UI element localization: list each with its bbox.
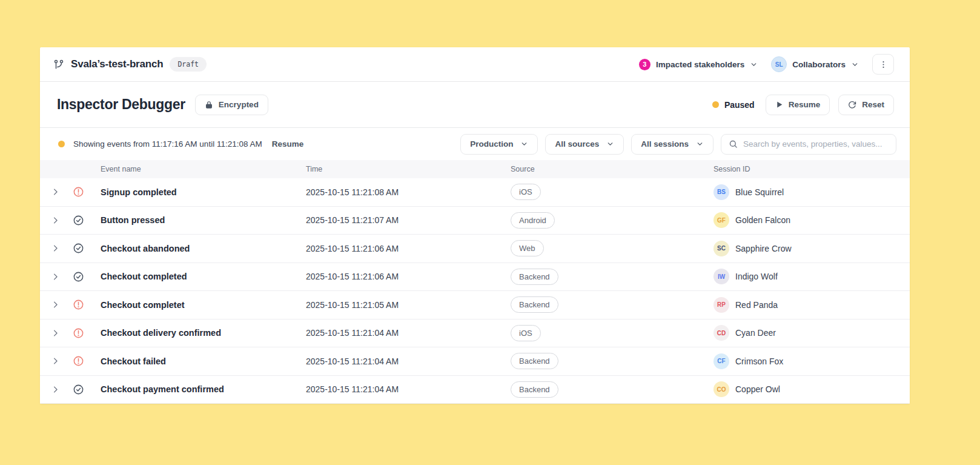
collaborators-label: Collaborators	[792, 60, 846, 69]
session-avatar: CO	[713, 381, 729, 397]
chevron-down-icon	[520, 140, 528, 148]
table-row[interactable]: Checkout completed 2025-10-15 11:21:06 A…	[40, 263, 910, 292]
search-box	[721, 134, 896, 155]
expand-row-button[interactable]	[50, 327, 61, 339]
session-avatar: IW	[713, 269, 729, 284]
event-name: Checkout completed	[96, 272, 306, 281]
table-row[interactable]: Checkout failed 2025-10-15 11:21:04 AM B…	[40, 347, 910, 376]
event-name: Checkout abandoned	[96, 244, 306, 253]
sessions-dropdown[interactable]: All sessions	[631, 134, 713, 155]
events-window-text: Showing events from 11:17:16 AM until 11…	[73, 139, 262, 149]
chevron-down-icon	[606, 140, 614, 148]
expand-row-button[interactable]	[50, 215, 61, 226]
table-row[interactable]: Checkout payment confirmed 2025-10-15 11…	[40, 376, 910, 404]
event-time: 2025-10-15 11:21:06 AM	[306, 272, 511, 281]
event-name: Checkout delivery confirmed	[96, 328, 306, 338]
chevron-right-icon	[51, 300, 60, 309]
draft-badge: Draft	[170, 57, 207, 72]
session-avatar: CF	[713, 353, 729, 369]
chevron-right-icon	[51, 329, 60, 338]
sources-dropdown[interactable]: All sources	[545, 134, 624, 155]
event-time: 2025-10-15 11:21:08 AM	[306, 187, 511, 197]
table-header: Event name Time Source Session ID	[40, 160, 910, 178]
git-branch-icon	[53, 59, 64, 70]
source-badge: Backend	[511, 381, 558, 398]
branch-info: Svala’s-test-branch Draft	[53, 57, 207, 72]
alert-circle-icon	[73, 355, 84, 367]
chevron-right-icon	[51, 272, 60, 281]
branch-header: Svala’s-test-branch Draft 3 Impacted sta…	[40, 47, 910, 82]
table-body: Signup completed 2025-10-15 11:21:08 AM …	[40, 178, 910, 404]
chevron-down-icon	[696, 140, 704, 148]
collaborator-avatar: SL	[771, 56, 787, 72]
event-name: Signup completed	[96, 187, 306, 197]
stakeholders-label: Impacted stakeholders	[656, 60, 744, 69]
chevron-right-icon	[51, 216, 60, 225]
inspector-card: Svala’s-test-branch Draft 3 Impacted sta…	[40, 47, 910, 404]
table-row[interactable]: Button pressed 2025-10-15 11:21:07 AM An…	[40, 207, 910, 235]
table-row[interactable]: Signup completed 2025-10-15 11:21:08 AM …	[40, 178, 910, 207]
play-icon	[775, 101, 783, 109]
alert-circle-icon	[73, 327, 84, 339]
toolbar-right: Paused Resume Reset	[712, 95, 894, 115]
header-actions: 3 Impacted stakeholders SL Collaborators	[639, 54, 894, 75]
expand-row-button[interactable]	[50, 355, 61, 367]
resume-label: Resume	[789, 100, 821, 109]
column-header-event-name: Event name	[96, 165, 306, 173]
chevron-right-icon	[51, 244, 60, 253]
expand-row-button[interactable]	[50, 384, 61, 395]
expand-row-button[interactable]	[50, 271, 61, 283]
session-name: Red Panda	[735, 300, 778, 310]
reset-button[interactable]: Reset	[838, 95, 894, 115]
sessions-value: All sessions	[641, 139, 689, 149]
encrypted-button[interactable]: Encrypted	[195, 95, 268, 115]
table-row[interactable]: Checkout abandoned 2025-10-15 11:21:06 A…	[40, 235, 910, 263]
event-time: 2025-10-15 11:21:06 AM	[306, 244, 511, 253]
source-badge: Web	[511, 240, 544, 256]
encrypted-label: Encrypted	[219, 100, 259, 109]
table-row[interactable]: Checkout completet 2025-10-15 11:21:05 A…	[40, 291, 910, 319]
expand-row-button[interactable]	[50, 299, 61, 310]
source-badge: iOS	[511, 184, 541, 200]
event-name: Checkout completet	[96, 300, 306, 310]
table-row[interactable]: Checkout delivery confirmed 2025-10-15 1…	[40, 319, 910, 348]
sources-value: All sources	[555, 139, 599, 149]
chevron-right-icon	[51, 385, 60, 394]
impacted-stakeholders-button[interactable]: 3 Impacted stakeholders	[639, 59, 758, 70]
filter-bar: Showing events from 11:17:16 AM until 11…	[40, 128, 910, 160]
expand-row-button[interactable]	[50, 243, 61, 254]
search-icon	[729, 139, 738, 149]
resume-button[interactable]: Resume	[766, 95, 830, 115]
collaborators-button[interactable]: SL Collaborators	[771, 56, 859, 72]
lock-icon	[205, 101, 213, 109]
event-time: 2025-10-15 11:21:05 AM	[306, 300, 511, 310]
page-title: Inspector Debugger	[57, 96, 185, 113]
environment-dropdown[interactable]: Production	[460, 134, 538, 155]
source-badge: Android	[511, 212, 555, 229]
session-avatar: CD	[713, 325, 729, 341]
chevron-right-icon	[51, 187, 60, 196]
event-name: Button pressed	[96, 215, 306, 225]
search-input[interactable]	[743, 139, 889, 149]
check-circle-icon	[73, 243, 84, 254]
alert-circle-icon	[73, 299, 84, 310]
session-avatar: GF	[713, 212, 729, 228]
chevron-down-icon	[851, 61, 859, 69]
event-time: 2025-10-15 11:21:04 AM	[306, 328, 511, 338]
session-avatar: SC	[713, 241, 729, 256]
alert-circle-icon	[73, 186, 84, 198]
check-circle-icon	[73, 384, 84, 395]
event-name: Checkout payment confirmed	[96, 384, 306, 394]
expand-row-button[interactable]	[50, 186, 61, 198]
event-name: Checkout failed	[96, 356, 306, 366]
resume-link[interactable]: Resume	[272, 139, 304, 149]
source-badge: Backend	[511, 353, 558, 369]
session-name: Copper Owl	[735, 384, 780, 394]
more-options-button[interactable]	[872, 54, 894, 75]
check-circle-icon	[73, 271, 84, 283]
recording-paused-dot	[58, 141, 65, 147]
event-time: 2025-10-15 11:21:07 AM	[306, 215, 511, 225]
session-avatar: RP	[713, 297, 729, 313]
paused-status: Paused	[712, 100, 755, 110]
event-time: 2025-10-15 11:21:04 AM	[306, 384, 511, 394]
